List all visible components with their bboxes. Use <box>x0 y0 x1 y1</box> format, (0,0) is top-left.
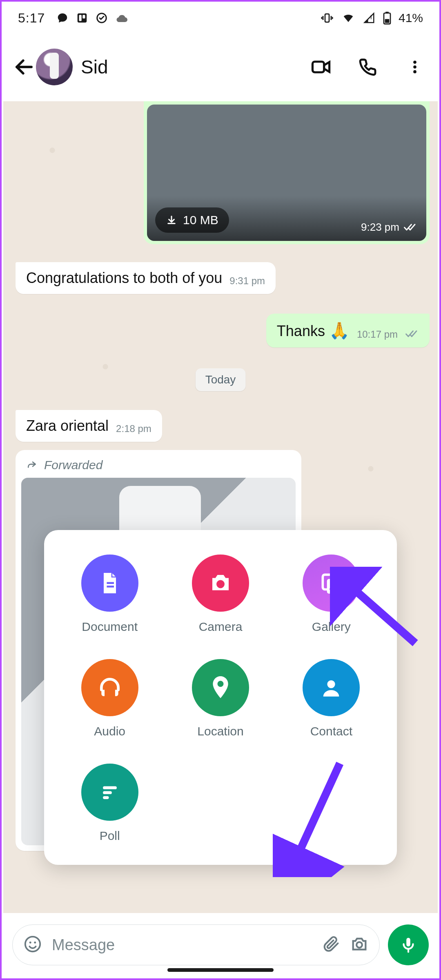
forward-icon <box>26 460 38 470</box>
paperclip-icon <box>322 935 340 953</box>
vibrate-icon <box>320 12 334 24</box>
attach-label: Audio <box>94 724 125 738</box>
message-time: 9:31 pm <box>229 275 265 287</box>
message-input-bar: Message <box>3 913 438 977</box>
svg-point-26 <box>29 942 31 944</box>
chat-area[interactable]: 10 MB 9:23 pm Congratulations to both of… <box>3 101 438 913</box>
camera-icon <box>350 935 369 953</box>
status-bar: 5:17 ! <box>2 2 439 34</box>
message-time: 10:17 pm <box>357 329 398 340</box>
svg-point-15 <box>216 580 225 588</box>
pray-emoji: 🙏 <box>329 321 350 339</box>
attach-audio[interactable]: Audio <box>60 659 159 738</box>
attach-camera[interactable]: Camera <box>171 555 270 634</box>
media-time: 9:23 pm <box>361 221 399 234</box>
svg-rect-7 <box>385 12 389 13</box>
date-separator: Today <box>196 368 246 391</box>
svg-rect-4 <box>325 14 329 22</box>
svg-rect-20 <box>103 786 117 789</box>
svg-rect-22 <box>103 796 109 799</box>
media-size: 10 MB <box>183 213 218 227</box>
double-check-icon <box>403 223 417 232</box>
message-text: Congratulations to both of you <box>26 270 222 287</box>
svg-point-27 <box>34 942 36 944</box>
message-time: 2:18 pm <box>116 423 151 434</box>
attach-label: Poll <box>100 829 120 843</box>
svg-point-10 <box>413 61 416 64</box>
document-icon <box>98 571 122 595</box>
svg-point-11 <box>413 65 416 69</box>
voice-call-button[interactable] <box>356 55 380 79</box>
contact-avatar[interactable] <box>36 49 73 85</box>
video-call-button[interactable] <box>309 55 333 79</box>
status-time: 5:17 <box>18 11 45 26</box>
media-meta: 9:23 pm <box>361 221 417 234</box>
outgoing-media-message[interactable]: 10 MB 9:23 pm <box>144 101 430 244</box>
attach-label: Location <box>197 724 243 738</box>
svg-point-18 <box>218 681 224 687</box>
poll-icon <box>98 780 122 804</box>
svg-point-19 <box>327 680 335 688</box>
more-options-button[interactable] <box>403 55 427 79</box>
back-arrow-icon <box>13 56 35 78</box>
svg-line-24 <box>292 763 340 868</box>
annotation-arrow <box>273 755 354 877</box>
wifi-icon <box>341 12 355 24</box>
nav-handle[interactable] <box>167 968 274 972</box>
message-input[interactable]: Message <box>12 924 380 965</box>
outgoing-message[interactable]: Thanks 🙏 10:17 pm <box>266 314 430 347</box>
voice-record-button[interactable] <box>388 924 429 965</box>
svg-text:!: ! <box>370 14 372 20</box>
download-button[interactable]: 10 MB <box>155 207 229 233</box>
forwarded-label: Forwarded <box>21 456 296 478</box>
battery-icon <box>383 11 391 24</box>
mic-icon <box>399 935 418 954</box>
svg-rect-8 <box>385 19 390 23</box>
svg-point-28 <box>356 942 362 948</box>
back-button[interactable] <box>10 53 38 81</box>
battery-percent: 41% <box>399 11 423 25</box>
attach-label: Document <box>82 620 138 634</box>
emoji-button[interactable] <box>23 935 42 955</box>
double-check-icon <box>405 330 419 340</box>
chat-notification-icon <box>56 12 69 24</box>
app-bar: Sid <box>2 34 439 100</box>
svg-line-23 <box>341 577 415 643</box>
cloud-icon <box>115 12 129 24</box>
media-thumbnail[interactable]: 10 MB 9:23 pm <box>147 105 426 241</box>
svg-point-12 <box>413 70 416 74</box>
trello-icon <box>76 12 88 24</box>
svg-rect-9 <box>312 62 324 72</box>
message-text: Thanks 🙏 <box>277 321 350 340</box>
svg-rect-14 <box>107 586 114 588</box>
svg-rect-21 <box>103 791 112 794</box>
person-icon <box>319 676 343 699</box>
svg-rect-1 <box>79 15 82 21</box>
attach-label: Contact <box>310 724 352 738</box>
camera-button[interactable] <box>350 935 369 955</box>
svg-rect-13 <box>107 582 114 584</box>
svg-rect-2 <box>83 15 85 19</box>
annotation-arrow <box>330 567 420 657</box>
more-vertical-icon <box>407 57 423 77</box>
attach-button[interactable] <box>322 935 340 955</box>
camera-icon <box>208 571 233 595</box>
phone-icon <box>358 57 378 77</box>
incoming-message[interactable]: Congratulations to both of you 9:31 pm <box>16 262 276 294</box>
attach-poll[interactable]: Poll <box>60 764 159 843</box>
svg-rect-0 <box>78 13 87 23</box>
attach-location[interactable]: Location <box>171 659 270 738</box>
download-icon <box>166 214 177 226</box>
location-pin-icon <box>209 674 232 701</box>
contact-name[interactable]: Sid <box>81 56 309 78</box>
svg-point-25 <box>25 937 40 951</box>
message-text: Zara oriental <box>26 417 109 434</box>
svg-rect-29 <box>406 938 410 947</box>
incoming-message[interactable]: Zara oriental 2:18 pm <box>16 410 162 442</box>
attach-contact[interactable]: Contact <box>282 659 381 738</box>
video-icon <box>310 56 332 78</box>
sync-icon <box>96 12 108 24</box>
attach-document[interactable]: Document <box>60 555 159 634</box>
message-placeholder: Message <box>52 936 312 954</box>
status-right: ! 41% <box>320 11 423 25</box>
